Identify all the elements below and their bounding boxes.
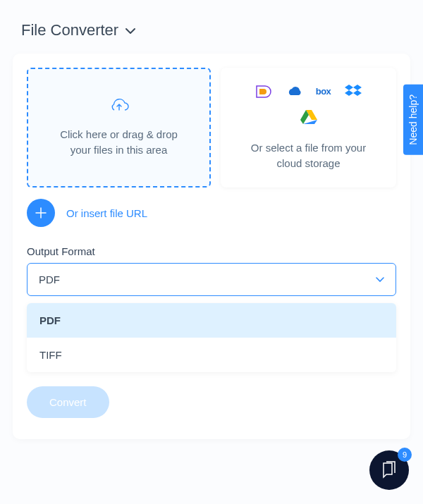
option-tiff[interactable]: TIFF — [27, 338, 396, 372]
option-pdf[interactable]: PDF — [27, 303, 396, 338]
cloud-upload-icon — [109, 97, 130, 117]
cloud-text-line1: Or select a file from your — [251, 140, 366, 156]
output-format-dropdown: PDF TIFF — [27, 303, 396, 372]
plus-icon — [35, 207, 47, 219]
help-tab[interactable]: Need help? — [403, 85, 423, 155]
convert-button[interactable]: Convert — [27, 386, 109, 418]
chat-widget[interactable]: 9 — [369, 450, 409, 490]
section-title: File Converter — [21, 21, 118, 39]
box-icon[interactable]: box — [314, 84, 333, 99]
drop-text-line1: Click here or drag & drop — [60, 127, 178, 143]
upload-row: Click here or drag & drop your files in … — [27, 68, 396, 188]
output-format-label: Output Format — [27, 245, 396, 257]
drop-text-line2: your files in this area — [60, 142, 178, 159]
chat-badge: 9 — [398, 448, 412, 462]
cloud-provider-icons: box — [249, 84, 369, 125]
chevron-up-icon — [125, 25, 135, 36]
url-insert-label[interactable]: Or insert file URL — [66, 207, 147, 219]
select-value: PDF — [39, 273, 60, 285]
cloud-text-line2: cloud storage — [251, 156, 366, 172]
google-drive-icon[interactable] — [299, 109, 319, 125]
cloud-text: Or select a file from your cloud storage — [251, 140, 366, 172]
file-drop-zone[interactable]: Click here or drag & drop your files in … — [27, 68, 211, 188]
output-format-select[interactable]: PDF — [27, 263, 396, 296]
dropbox-icon[interactable] — [343, 84, 363, 99]
dynamsoft-icon[interactable] — [255, 84, 274, 99]
converter-card: Click here or drag & drop your files in … — [13, 54, 410, 439]
chevron-down-icon — [376, 275, 384, 285]
url-insert-row: Or insert file URL — [27, 199, 396, 227]
chat-icon — [379, 460, 399, 480]
section-header[interactable]: File Converter — [0, 0, 423, 54]
drop-zone-text: Click here or drag & drop your files in … — [60, 127, 178, 159]
cloud-storage-box: box Or select a file from your cloud sto… — [221, 68, 396, 188]
onedrive-icon[interactable] — [284, 84, 304, 99]
add-url-button[interactable] — [27, 199, 55, 227]
